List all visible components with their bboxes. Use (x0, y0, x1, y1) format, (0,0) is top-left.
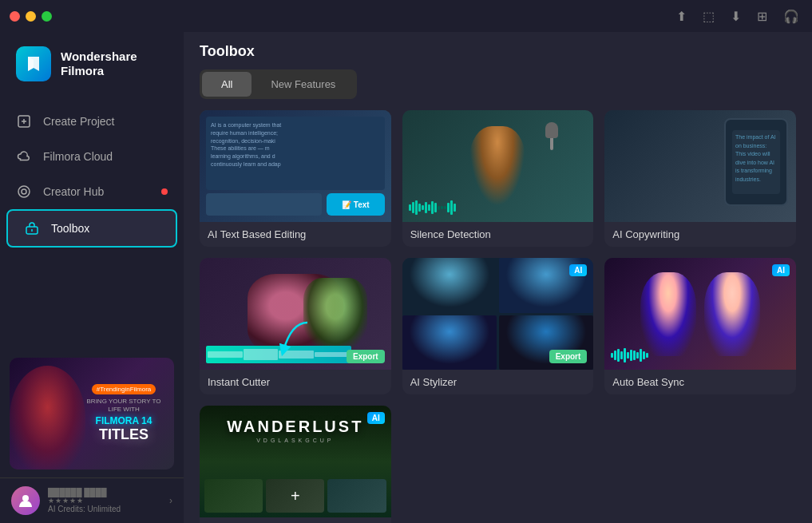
avatar (11, 486, 40, 515)
card-label-ai-copywriting: AI Copywriting (604, 222, 796, 247)
user-area[interactable]: ██████ ████ ★★★★★ AI Credits: Unlimited … (0, 477, 184, 523)
wanderlust-sub: VDGLASKGCUP (200, 438, 391, 443)
promo-person (10, 366, 85, 470)
brand-text: Wondershare Filmora (61, 50, 137, 78)
card-label-ai-text-editing: AI Text Based Editing (200, 222, 391, 247)
stylizer-cell-1 (402, 258, 497, 313)
wanderlust-title: WANDERLUST (200, 418, 391, 436)
user-credits: ★★★★★ (48, 497, 161, 505)
ai-badge-instant-mode: AI (367, 412, 385, 424)
wl-thumb-3 (327, 479, 386, 513)
card-label-instant-mode: Instant Mode (200, 517, 391, 523)
maximize-button[interactable] (42, 11, 52, 22)
export-badge-stylizer: Export (549, 350, 588, 363)
svg-point-6 (22, 189, 26, 194)
card-instant-mode[interactable]: WANDERLUST VDGLASKGCUP + AI Instant Mode (200, 406, 391, 523)
ai-credits: AI Credits: Unlimited (48, 505, 161, 513)
page-title: Toolbox (200, 43, 796, 60)
card-thumb-ai-stylizer: AI Export (402, 258, 594, 370)
notification-badge (161, 188, 168, 195)
tab-bar: All New Features (200, 69, 357, 99)
card-thumb-instant-cutter: Export (200, 258, 391, 370)
card-thumb-copywriting: The impact of AI on business: This video… (604, 110, 796, 222)
toolbox-icon (24, 220, 40, 236)
grid-icon[interactable]: ⊞ (757, 9, 767, 24)
sidebar-label-create-project: Create Project (43, 115, 114, 128)
expand-user-icon[interactable]: › (169, 495, 172, 506)
card-auto-beat-sync[interactable]: AI Auto Beat Sync (604, 258, 796, 394)
brand-name-line1: Wondershare (61, 50, 137, 64)
ai-badge-auto-beat: AI (772, 264, 790, 276)
cloud-icon (16, 149, 32, 164)
card-ai-copywriting[interactable]: The impact of AI on business: This video… (604, 110, 796, 247)
stylizer-cell-3 (402, 315, 497, 370)
brand-name-line2: Filmora (61, 64, 137, 78)
nav-section: Create Project Filmora Cloud Creator Hub (0, 96, 184, 350)
sidebar-item-creator-hub[interactable]: Creator Hub (0, 174, 184, 209)
card-ai-stylizer[interactable]: AI Export AI Stylizer (402, 258, 594, 394)
sidebar: Wondershare Filmora Create Project Filmo… (0, 0, 184, 523)
headphone-icon[interactable]: 🎧 (783, 9, 799, 24)
user-info: ██████ ████ ★★★★★ AI Credits: Unlimited (48, 488, 161, 513)
stars: ★★★★★ (48, 497, 84, 505)
card-thumb-ai-text: AI is a computer system thatrequire huma… (200, 110, 391, 222)
card-label-ai-stylizer: AI Stylizer (402, 370, 594, 394)
promo-line2: FILMORA 14 (96, 415, 152, 426)
promo-line3: TITLES (99, 426, 149, 443)
card-thumb-silence (402, 110, 594, 222)
promo-banner[interactable]: #TrendinginFilmora BRING YOUR STORY TO L… (10, 358, 174, 470)
card-instant-cutter[interactable]: Export Instant Cutter (200, 258, 391, 394)
tab-new-features[interactable]: New Features (252, 72, 355, 97)
cards-grid: AI is a computer system thatrequire huma… (200, 110, 796, 523)
wl-thumb-1 (204, 479, 263, 513)
close-button[interactable] (10, 11, 20, 22)
brand-logo (16, 46, 51, 81)
card-label-auto-beat-sync: Auto Beat Sync (604, 370, 796, 394)
target-icon (16, 184, 32, 200)
export-badge-instant-cutter: Export (347, 350, 385, 363)
titlebar: ⬆ ⬚ ⬇ ⊞ 🎧 (0, 0, 812, 32)
wl-thumb-plus: + (266, 479, 324, 513)
sidebar-item-toolbox[interactable]: Toolbox (6, 209, 177, 248)
card-silence-detection[interactable]: Silence Detection (402, 110, 594, 247)
plus-square-icon (16, 113, 32, 129)
tab-all[interactable]: All (202, 72, 252, 97)
download-icon[interactable]: ⬇ (731, 9, 741, 24)
share-icon[interactable]: ⬆ (676, 9, 687, 24)
screen-icon[interactable]: ⬚ (703, 9, 715, 24)
minimize-button[interactable] (26, 11, 36, 22)
card-ai-text-editing[interactable]: AI is a computer system thatrequire huma… (200, 110, 391, 247)
ai-badge-stylizer: AI (569, 264, 587, 276)
card-thumb-auto-beat: AI (604, 258, 796, 370)
promo-tag: #TrendinginFilmora (92, 384, 156, 394)
brand-area: Wondershare Filmora (0, 32, 184, 96)
sidebar-item-filmora-cloud[interactable]: Filmora Cloud (0, 139, 184, 174)
header-actions: ⬆ ⬚ ⬇ ⊞ 🎧 (676, 0, 799, 32)
svg-point-9 (22, 495, 29, 501)
sidebar-label-toolbox: Toolbox (51, 222, 89, 235)
arrow-svg (275, 319, 315, 359)
main-header: Toolbox All New Features (184, 32, 812, 110)
sidebar-item-create-project[interactable]: Create Project (0, 104, 184, 139)
sidebar-label-creator-hub: Creator Hub (43, 185, 104, 198)
svg-point-5 (18, 186, 30, 197)
card-thumb-instant-mode: WANDERLUST VDGLASKGCUP + AI (200, 406, 391, 517)
promo-inner: #TrendinginFilmora BRING YOUR STORY TO L… (10, 358, 174, 470)
cards-grid-container: AI is a computer system thatrequire huma… (184, 110, 812, 523)
card-label-instant-cutter: Instant Cutter (200, 370, 391, 394)
user-name: ██████ ████ (48, 488, 161, 497)
card-label-silence-detection: Silence Detection (402, 222, 594, 247)
sidebar-label-filmora-cloud: Filmora Cloud (43, 150, 113, 163)
traffic-lights (10, 11, 52, 22)
main-content: Toolbox All New Features AI is a compute… (184, 0, 812, 523)
promo-text-area: #TrendinginFilmora BRING YOUR STORY TO L… (80, 364, 168, 463)
promo-line1: BRING YOUR STORY TO LIFE WITH (80, 398, 168, 414)
